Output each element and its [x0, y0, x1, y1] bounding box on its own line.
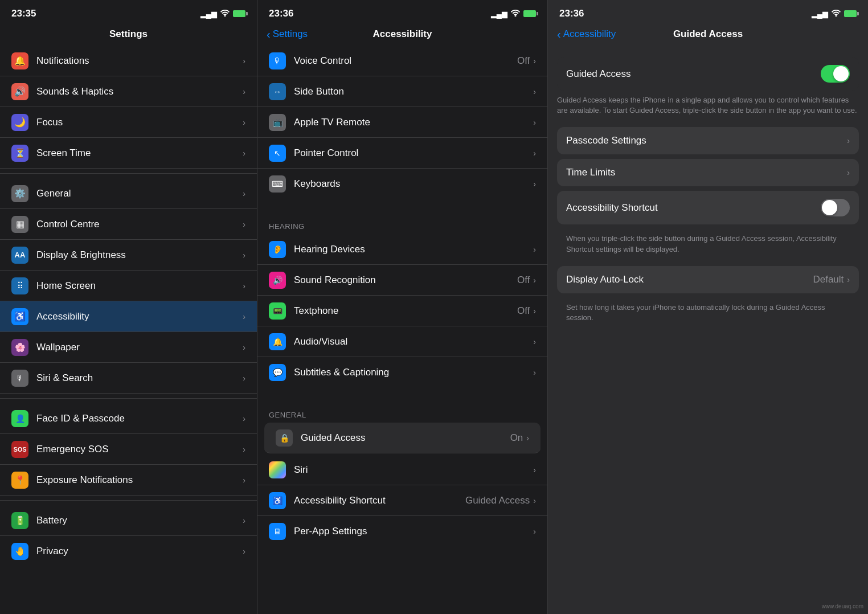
settings-item-siri[interactable]: 🎙 Siri & Search ›: [0, 363, 257, 394]
signal-icon-2: ▂▄▆: [491, 10, 507, 18]
panel-guided-access: 23:36 ▂▄▆ ‹ Accessibility Guided Access …: [548, 0, 868, 614]
display-autolock-item[interactable]: Display Auto-Lock Default ›: [557, 266, 859, 293]
settings-item-screen-time[interactable]: ⏳ Screen Time ›: [0, 138, 257, 169]
wallpaper-icon: 🌸: [11, 339, 28, 356]
general-chevron: ›: [243, 189, 245, 198]
time-limits-card: Time Limits ›: [557, 159, 859, 186]
acc-item-siri-access[interactable]: Siri ›: [257, 455, 547, 485]
home-screen-label: Home Screen: [36, 280, 96, 292]
display-autolock-card: Display Auto-Lock Default ›: [557, 266, 859, 293]
acc-item-side-button[interactable]: ↔ Side Button ›: [257, 76, 547, 107]
guided-access-value: On: [510, 432, 523, 444]
general-label: General: [36, 188, 71, 199]
status-bar-2: 23:36 ▂▄▆: [257, 0, 547, 25]
settings-item-sounds[interactable]: 🔊 Sounds & Haptics ›: [0, 76, 257, 107]
acc-item-hearing-devices[interactable]: 👂 Hearing Devices ›: [257, 234, 547, 265]
control-centre-chevron: ›: [243, 220, 245, 229]
per-app-label: Per-App Settings: [294, 526, 367, 537]
settings-item-wallpaper[interactable]: 🌸 Wallpaper ›: [0, 332, 257, 363]
acc-item-guided-access[interactable]: 🔒 Guided Access On ›: [264, 423, 541, 453]
acc-item-apple-tv[interactable]: 📺 Apple TV Remote ›: [257, 107, 547, 138]
siri-icon: 🎙: [11, 370, 28, 387]
voice-control-icon: 🎙: [269, 52, 286, 69]
accessibility-list-top: 🎙 Voice Control Off › ↔ Side Button › 📺: [257, 46, 547, 199]
emergency-chevron: ›: [243, 445, 245, 454]
acc-item-textphone[interactable]: 📟 Textphone Off ›: [257, 296, 547, 326]
wifi-icon-3: [832, 10, 841, 18]
settings-item-focus[interactable]: 🌙 Focus ›: [0, 107, 257, 138]
acc-item-sound-recognition[interactable]: 🔊 Sound Recognition Off ›: [257, 265, 547, 296]
settings-item-display[interactable]: AA Display & Brightness ›: [0, 240, 257, 271]
textphone-icon: 📟: [269, 302, 286, 320]
guided-access-description: Guided Access keeps the iPhone in a sing…: [557, 95, 859, 116]
display-autolock-label: Display Auto-Lock: [566, 274, 644, 285]
display-autolock-section: Display Auto-Lock Default › Set how long…: [557, 266, 859, 330]
side-button-label: Side Button: [294, 86, 344, 97]
pointer-icon: ↖: [269, 145, 286, 162]
settings-item-control-centre[interactable]: ▦ Control Centre ›: [0, 209, 257, 240]
passcode-card: Passcode Settings ›: [557, 127, 859, 154]
screen-time-icon: ⏳: [11, 145, 28, 162]
wifi-icon-1: [220, 10, 230, 18]
panel-accessibility: 23:36 ▂▄▆ ‹ Settings Accessibility 🎙 Voi…: [257, 0, 548, 614]
status-icons-3: ▂▄▆: [812, 10, 857, 18]
signal-icon-3: ▂▄▆: [812, 10, 828, 18]
settings-item-notifications[interactable]: 🔔 Notifications ›: [0, 46, 257, 76]
guided-access-toggle[interactable]: [821, 65, 850, 83]
faceid-label: Face ID & Passcode: [36, 413, 125, 424]
sounds-chevron: ›: [243, 87, 245, 96]
time-limits-item[interactable]: Time Limits ›: [557, 159, 859, 186]
wifi-icon-2: [511, 10, 520, 18]
acc-shortcut-label: Accessibility Shortcut: [294, 495, 386, 506]
control-centre-icon: ▦: [11, 216, 28, 233]
watermark: www.deuaq.com: [822, 603, 863, 609]
acc-item-keyboards[interactable]: ⌨ Keyboards ›: [257, 169, 547, 199]
status-time-3: 23:36: [559, 8, 584, 19]
nav-header-1: Settings: [0, 25, 257, 46]
display-chevron: ›: [243, 251, 245, 260]
display-autolock-description: Set how long it takes your iPhone to aut…: [557, 298, 859, 330]
hearing-section-label: HEARING: [257, 213, 547, 234]
textphone-value: Off: [517, 305, 530, 317]
acc-item-subtitles[interactable]: 💬 Subtitles & Captioning ›: [257, 357, 547, 388]
per-app-icon: 🖥: [269, 523, 286, 540]
siri-chevron: ›: [243, 374, 245, 383]
back-chevron-2: ‹: [267, 28, 271, 40]
settings-item-emergency[interactable]: SOS Emergency SOS ›: [0, 434, 257, 465]
accessibility-chevron: ›: [243, 312, 245, 321]
passcode-settings-item[interactable]: Passcode Settings ›: [557, 127, 859, 154]
screen-time-label: Screen Time: [36, 148, 91, 159]
display-label: Display & Brightness: [36, 249, 126, 261]
guided-access-toggle-card: Guided Access: [557, 57, 859, 91]
display-autolock-chevron: ›: [847, 275, 850, 284]
back-button-2[interactable]: ‹ Settings: [267, 28, 308, 40]
privacy-chevron: ›: [243, 547, 245, 556]
settings-item-battery[interactable]: 🔋 Battery ›: [0, 505, 257, 536]
sound-recognition-label: Sound Recognition: [294, 275, 376, 286]
exposure-chevron: ›: [243, 476, 245, 485]
control-centre-label: Control Centre: [36, 219, 100, 230]
settings-item-general[interactable]: ⚙️ General ›: [0, 178, 257, 209]
settings-item-exposure[interactable]: 📍 Exposure Notifications ›: [0, 465, 257, 496]
textphone-label: Textphone: [294, 305, 338, 317]
acc-shortcut-toggle[interactable]: [821, 199, 850, 216]
settings-item-privacy[interactable]: 🤚 Privacy ›: [0, 536, 257, 567]
home-screen-chevron: ›: [243, 281, 245, 290]
battery-icon-1: [233, 10, 245, 17]
acc-item-audio-visual[interactable]: 🔔 Audio/Visual ›: [257, 326, 547, 357]
settings-item-accessibility[interactable]: ♿ Accessibility ›: [0, 301, 257, 332]
signal-icon-1: ▂▄▆: [200, 10, 217, 18]
settings-item-home-screen[interactable]: ⠿ Home Screen ›: [0, 271, 257, 301]
acc-item-per-app[interactable]: 🖥 Per-App Settings ›: [257, 516, 547, 547]
settings-item-faceid[interactable]: 👤 Face ID & Passcode ›: [0, 403, 257, 434]
back-button-3[interactable]: ‹ Accessibility: [557, 28, 616, 40]
acc-item-voice-control[interactable]: 🎙 Voice Control Off ›: [257, 46, 547, 76]
passcode-chevron: ›: [847, 136, 850, 145]
acc-shortcut-card: Accessibility Shortcut: [557, 191, 859, 224]
sound-recognition-value: Off: [517, 275, 530, 286]
notifications-label: Notifications: [36, 55, 89, 67]
acc-item-accessibility-shortcut[interactable]: ♿ Accessibility Shortcut Guided Access ›: [257, 485, 547, 516]
acc-item-pointer[interactable]: ↖ Pointer Control ›: [257, 138, 547, 169]
focus-icon: 🌙: [11, 114, 28, 131]
keyboards-label: Keyboards: [294, 178, 340, 190]
